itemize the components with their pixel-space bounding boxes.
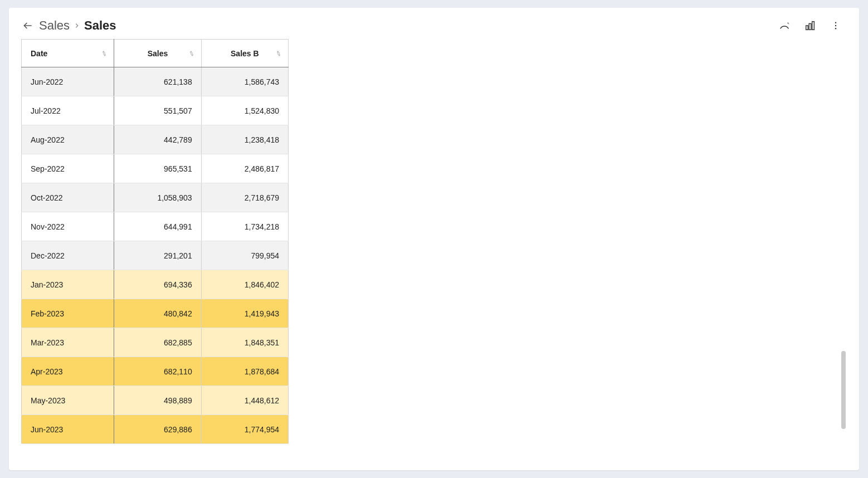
cell-date: Jul-2022 xyxy=(22,96,114,125)
col-header-sales[interactable]: Sales xyxy=(114,40,201,67)
header: Sales Sales xyxy=(9,8,859,39)
sort-icon[interactable] xyxy=(100,50,108,57)
cell-salesb: 2,718,679 xyxy=(201,183,288,212)
scroll-area[interactable]: Date Sales xyxy=(21,39,847,470)
cell-sales: 1,058,903 xyxy=(114,183,201,212)
cell-sales: 291,201 xyxy=(114,241,201,270)
cell-date: Apr-2023 xyxy=(22,357,114,386)
table-row[interactable]: Jun-2023629,8861,774,954 xyxy=(22,415,289,444)
table-row[interactable]: Feb-2023480,8421,419,943 xyxy=(22,299,289,328)
cell-sales: 644,991 xyxy=(114,212,201,241)
back-arrow-icon[interactable] xyxy=(21,19,35,32)
cell-sales: 694,336 xyxy=(114,270,201,299)
svg-rect-4 xyxy=(809,23,811,30)
cell-sales: 629,886 xyxy=(114,415,201,444)
cell-salesb: 1,774,954 xyxy=(201,415,288,444)
table-container: Date Sales xyxy=(9,39,859,470)
cell-salesb: 1,848,351 xyxy=(201,328,288,357)
table-row[interactable]: Jun-2022621,1381,586,743 xyxy=(22,67,289,96)
cell-date: Jun-2022 xyxy=(22,67,114,96)
scrollbar-thumb[interactable] xyxy=(841,351,846,429)
cell-salesb: 1,846,402 xyxy=(201,270,288,299)
table-row[interactable]: Nov-2022644,9911,734,218 xyxy=(22,212,289,241)
data-table: Date Sales xyxy=(21,39,289,444)
cell-sales: 965,531 xyxy=(114,154,201,183)
col-header-salesb[interactable]: Sales B xyxy=(201,40,288,67)
cell-date: Nov-2022 xyxy=(22,212,114,241)
page-title: Sales xyxy=(84,18,116,33)
svg-rect-5 xyxy=(812,22,815,30)
cell-date: Dec-2022 xyxy=(22,241,114,270)
table-row[interactable]: Aug-2022442,7891,238,418 xyxy=(22,125,289,154)
header-left: Sales Sales xyxy=(21,18,116,33)
svg-point-6 xyxy=(835,22,836,23)
svg-point-1 xyxy=(788,23,789,24)
table-row[interactable]: Oct-20221,058,9032,718,679 xyxy=(22,183,289,212)
svg-point-8 xyxy=(835,28,836,29)
cell-date: Aug-2022 xyxy=(22,125,114,154)
cell-date: Jan-2023 xyxy=(22,270,114,299)
table-body: Jun-2022621,1381,586,743Jul-2022551,5071… xyxy=(22,67,289,444)
cell-salesb: 1,734,218 xyxy=(201,212,288,241)
svg-point-2 xyxy=(788,23,789,24)
cell-salesb: 1,878,684 xyxy=(201,357,288,386)
breadcrumb-root[interactable]: Sales xyxy=(39,18,70,33)
cell-date: Feb-2023 xyxy=(22,299,114,328)
cell-sales: 682,110 xyxy=(114,357,201,386)
cell-salesb: 1,238,418 xyxy=(201,125,288,154)
cell-salesb: 2,486,817 xyxy=(201,154,288,183)
table-row[interactable]: Mar-2023682,8851,848,351 xyxy=(22,328,289,357)
sort-icon[interactable] xyxy=(275,50,282,57)
table-row[interactable]: May-2023498,8891,448,612 xyxy=(22,386,289,415)
cell-sales: 682,885 xyxy=(114,328,201,357)
cell-sales: 442,789 xyxy=(114,125,201,154)
more-menu-icon[interactable] xyxy=(828,18,843,33)
cell-salesb: 1,419,943 xyxy=(201,299,288,328)
cell-date: May-2023 xyxy=(22,386,114,415)
cell-sales: 498,889 xyxy=(114,386,201,415)
cell-sales: 621,138 xyxy=(114,67,201,96)
bar-chart-icon[interactable] xyxy=(802,18,818,33)
table-row[interactable]: Sep-2022965,5312,486,817 xyxy=(22,154,289,183)
svg-point-7 xyxy=(835,25,836,26)
cell-sales: 551,507 xyxy=(114,96,201,125)
table-header-row: Date Sales xyxy=(22,40,289,67)
sort-icon[interactable] xyxy=(188,50,196,57)
col-header-sales-label: Sales xyxy=(148,49,168,58)
table-row[interactable]: Jan-2023694,3361,846,402 xyxy=(22,270,289,299)
cell-salesb: 1,586,743 xyxy=(201,67,288,96)
table-row[interactable]: Dec-2022291,201799,954 xyxy=(22,241,289,270)
cell-date: Oct-2022 xyxy=(22,183,114,212)
col-header-date-label: Date xyxy=(31,49,47,58)
table-row[interactable]: Apr-2023682,1101,878,684 xyxy=(22,357,289,386)
chevron-right-icon xyxy=(73,19,81,32)
svg-rect-3 xyxy=(806,26,808,30)
cell-date: Jun-2023 xyxy=(22,415,114,444)
cell-salesb: 1,448,612 xyxy=(201,386,288,415)
cell-date: Sep-2022 xyxy=(22,154,114,183)
table-row[interactable]: Jul-2022551,5071,524,830 xyxy=(22,96,289,125)
cell-date: Mar-2023 xyxy=(22,328,114,357)
report-card: Sales Sales xyxy=(9,8,859,470)
col-header-date[interactable]: Date xyxy=(22,40,114,67)
breadcrumb: Sales Sales xyxy=(39,18,116,33)
header-actions xyxy=(777,18,847,33)
cell-salesb: 1,524,830 xyxy=(201,96,288,125)
gauge-icon[interactable] xyxy=(777,18,792,33)
cell-salesb: 799,954 xyxy=(201,241,288,270)
col-header-salesb-label: Sales B xyxy=(231,49,259,58)
cell-sales: 480,842 xyxy=(114,299,201,328)
